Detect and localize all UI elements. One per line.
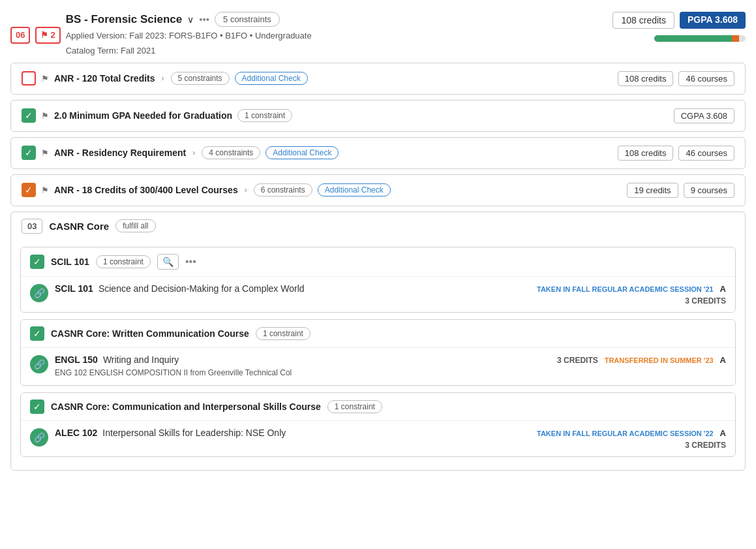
gpa-badge: PGPA 3.608: [680, 12, 746, 29]
taken-label: TAKEN IN FALL REGULAR ACADEMIC SESSION '…: [537, 430, 714, 437]
courses-badge: 9 courses: [684, 183, 734, 198]
header-badges: 108 credits PGPA 3.608: [612, 12, 746, 29]
course-link-icon: 🔗: [30, 428, 48, 447]
separator1: •: [220, 31, 225, 40]
sub-info: Applied Version: Fall 2023: FORS-B1FO • …: [66, 28, 312, 59]
status-checkbox-green: ✓: [22, 146, 36, 160]
req-row-right: CGPA 3.608: [674, 108, 734, 123]
flag-icon: ⚑: [41, 111, 49, 121]
sub-req-title[interactable]: CASNR Core: Written Communication Course: [51, 328, 249, 339]
req-row-right: 19 credits 9 courses: [627, 183, 734, 198]
flag-count: 2: [50, 29, 55, 41]
transferred-label: TRANSFERRED IN SUMMER '23: [605, 356, 714, 364]
dots-menu[interactable]: •••: [199, 14, 209, 25]
course-right: 3 CREDITS TRANSFERRED IN SUMMER '23 A: [557, 354, 726, 365]
course-link-icon: 🔗: [30, 355, 48, 373]
constraints-tag[interactable]: 4 constraints: [202, 146, 260, 159]
course-row-scil101: 🔗 SCIL 101 Science and Decision-Making f…: [21, 276, 735, 312]
course-credits: 3 CREDITS: [537, 296, 726, 306]
header-main-row: BS - Forensic Science ∨ ••• 5 constraint…: [66, 12, 312, 27]
sub-req-title[interactable]: CASNR Core: Communication and Interperso…: [51, 401, 321, 412]
req-title[interactable]: ANR - Residency Requirement: [54, 148, 186, 158]
req-title[interactable]: 2.0 Minimum GPA Needed for Graduation: [54, 110, 232, 121]
chevron-right-icon: ›: [162, 74, 164, 83]
constraint-tag[interactable]: 1 constraint: [96, 255, 151, 268]
credits-badge: 19 credits: [627, 183, 678, 198]
badge-flag: ⚑ 2: [35, 27, 60, 44]
courses-badge: 46 courses: [678, 71, 734, 86]
casnr-header: 03 CASNR Core fulfill all: [11, 212, 745, 240]
constraint-tag[interactable]: 1 constraint: [327, 400, 382, 413]
req-row-anr-120: ⚑ ANR - 120 Total Credits › 5 constraint…: [10, 63, 746, 95]
level: Undergraduate: [255, 31, 312, 40]
req-row-left: ⚑ ANR - 120 Total Credits › 5 constraint…: [22, 71, 611, 86]
additional-check-tag[interactable]: Additional Check: [235, 72, 308, 85]
course-right: TAKEN IN FALL REGULAR ACADEMIC SESSION '…: [537, 283, 726, 306]
sub-req-header: ✓ CASNR Core: Communication and Interper…: [21, 393, 735, 420]
more-options-button[interactable]: •••: [185, 256, 196, 268]
constraints-tag[interactable]: 6 constraints: [254, 183, 312, 196]
course-credits: 3 CREDITS: [557, 356, 598, 365]
constraint-tag[interactable]: 1 constraint: [256, 327, 310, 340]
status-checkbox-green: ✓: [30, 400, 44, 414]
course-top: SCIL 101 Science and Decision-Making for…: [55, 283, 537, 294]
req-title[interactable]: ANR - 18 Credits of 300/400 Level Course…: [54, 185, 238, 195]
progress-bar: [654, 35, 746, 42]
req-row-right: 108 credits 46 courses: [618, 71, 734, 86]
sub-req-scil101: ✓ SCIL 101 1 constraint 🔍 ••• 🔗 SCIL 101…: [20, 247, 736, 313]
course-top: ALEC 102 Interpersonal Skills for Leader…: [55, 428, 537, 438]
req-row-left: ✓ ⚑ ANR - 18 Credits of 300/400 Level Co…: [22, 183, 620, 197]
flag-icon: ⚑: [41, 74, 49, 84]
separator2: •: [250, 31, 255, 40]
credits-badge: 108 credits: [618, 71, 674, 86]
course-top: ENGL 150 Writing and Inquiry: [55, 354, 557, 365]
course-row-alec102: 🔗 ALEC 102 Interpersonal Skills for Lead…: [21, 420, 735, 456]
req-row-residency: ✓ ⚑ ANR - Residency Requirement › 4 cons…: [10, 137, 746, 169]
course-taken-label: TAKEN IN FALL REGULAR ACADEMIC SESSION '…: [537, 283, 726, 294]
sub-req-interpersonal: ✓ CASNR Core: Communication and Interper…: [20, 392, 736, 457]
progress-fill-orange: [732, 35, 739, 42]
page-wrapper: 06 ⚑ 2 BS - Forensic Science ∨ ••• 5 con…: [0, 0, 756, 484]
course-grade: A: [720, 355, 726, 365]
progress-fill-green: [654, 35, 732, 42]
status-checkbox-green: ✓: [30, 326, 44, 341]
sub-req-header: ✓ CASNR Core: Written Communication Cour…: [21, 320, 735, 347]
constraints-badge[interactable]: 5 constraints: [215, 12, 280, 27]
taken-label: TAKEN IN FALL REGULAR ACADEMIC SESSION '…: [537, 285, 714, 293]
additional-check-tag[interactable]: Additional Check: [318, 183, 391, 196]
credits-badge: 108 credits: [618, 146, 674, 161]
req-title[interactable]: ANR - 120 Total Credits: [54, 73, 155, 84]
additional-check-tag[interactable]: Additional Check: [265, 146, 339, 159]
chevron-right-icon: ›: [245, 185, 247, 195]
course-grade: A: [720, 284, 726, 294]
casnr-core-section: 03 CASNR Core fulfill all ✓ SCIL 101 1 c…: [10, 212, 746, 471]
b1fo: B1FO: [225, 31, 247, 40]
course-taken-label: TAKEN IN FALL REGULAR ACADEMIC SESSION '…: [537, 428, 726, 438]
chevron-right-icon: ›: [192, 148, 195, 157]
search-button[interactable]: 🔍: [157, 254, 179, 270]
cgpa-badge: CGPA 3.608: [674, 108, 734, 123]
course-info: ENGL 150 Writing and Inquiry ENG 102 ENG…: [55, 354, 557, 379]
course-name: Science and Decision-Making for a Comple…: [98, 283, 305, 294]
course-taken-label: 3 CREDITS TRANSFERRED IN SUMMER '23 A: [557, 354, 726, 365]
status-checkbox-empty[interactable]: [22, 71, 36, 86]
status-checkbox-green: ✓: [30, 255, 44, 269]
status-checkbox-green: ✓: [22, 108, 36, 123]
constraints-tag[interactable]: 5 constraints: [171, 72, 230, 85]
course-grade: A: [720, 428, 726, 438]
fulfill-tag: fulfill all: [115, 219, 155, 232]
flag-icon: ⚑: [41, 148, 49, 158]
course-code[interactable]: ENGL 150: [55, 354, 98, 365]
header-left-inner: BS - Forensic Science ∨ ••• 5 constraint…: [66, 12, 312, 59]
status-checkbox-orange: ✓: [22, 183, 36, 197]
course-code[interactable]: SCIL 101: [55, 283, 93, 294]
badge-06: 06: [10, 27, 30, 44]
course-code[interactable]: ALEC 102: [55, 428, 97, 438]
applied-version: Applied Version: Fall 2023: FORS-B1FO: [66, 31, 218, 40]
sub-req-title[interactable]: SCIL 101: [51, 257, 89, 267]
req-row-300-400: ✓ ⚑ ANR - 18 Credits of 300/400 Level Co…: [10, 174, 746, 206]
header-credits-badge: 108 credits: [612, 12, 674, 29]
constraints-tag[interactable]: 1 constraint: [237, 109, 292, 122]
sub-reqs-inner: ✓ SCIL 101 1 constraint 🔍 ••• 🔗 SCIL 101…: [11, 240, 745, 470]
req-row-gpa: ✓ ⚑ 2.0 Minimum GPA Needed for Graduatio…: [10, 100, 746, 132]
